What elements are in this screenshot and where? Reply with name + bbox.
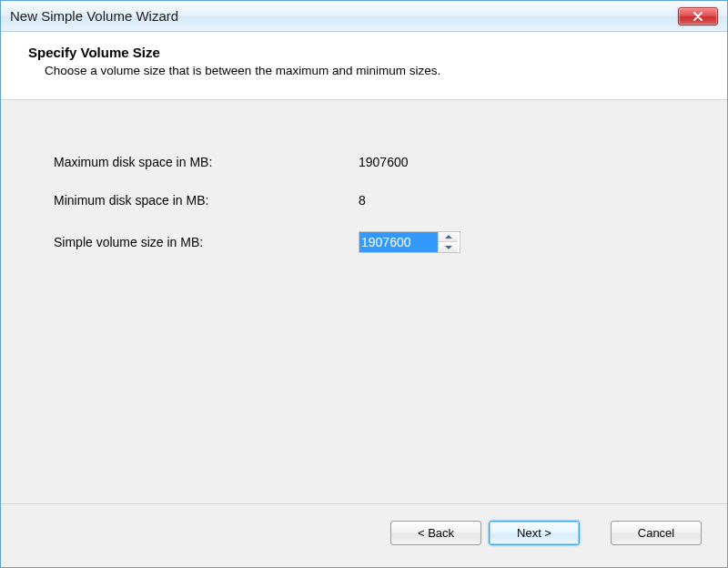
spin-down-button[interactable] [439, 242, 458, 252]
title-bar: New Simple Volume Wizard [1, 1, 727, 32]
wizard-footer: < Back Next > Cancel [1, 503, 727, 567]
min-disk-space-label: Minimum disk space in MB: [54, 193, 359, 208]
volume-size-row: Simple volume size in MB: [54, 231, 682, 253]
max-disk-space-value: 1907600 [359, 155, 409, 169]
window-title: New Simple Volume Wizard [10, 8, 678, 24]
chevron-down-icon [445, 246, 452, 249]
next-button[interactable]: Next > [489, 521, 580, 545]
page-subtitle: Choose a volume size that is between the… [45, 64, 700, 77]
min-disk-space-value: 8 [359, 193, 366, 208]
back-button[interactable]: < Back [390, 521, 481, 545]
cancel-button[interactable]: Cancel [611, 521, 702, 545]
volume-size-control [359, 231, 460, 253]
volume-size-input[interactable] [359, 232, 438, 252]
cancel-button-group: Cancel [611, 521, 702, 545]
spin-up-button[interactable] [439, 232, 458, 242]
close-icon [693, 12, 703, 21]
spin-buttons [438, 232, 458, 252]
max-disk-space-label: Maximum disk space in MB: [54, 155, 359, 169]
wizard-window: New Simple Volume Wizard Specify Volume … [0, 0, 728, 568]
min-disk-space-row: Minimum disk space in MB: 8 [54, 193, 682, 208]
max-disk-space-row: Maximum disk space in MB: 1907600 [54, 155, 682, 169]
page-title: Specify Volume Size [28, 45, 700, 60]
chevron-up-icon [445, 235, 452, 238]
nav-button-group: < Back Next > [390, 521, 580, 545]
wizard-body: Maximum disk space in MB: 1907600 Minimu… [1, 100, 727, 295]
close-button[interactable] [678, 7, 718, 25]
wizard-header: Specify Volume Size Choose a volume size… [1, 32, 727, 100]
volume-size-label: Simple volume size in MB: [54, 235, 359, 249]
volume-size-spinbox [359, 231, 460, 253]
